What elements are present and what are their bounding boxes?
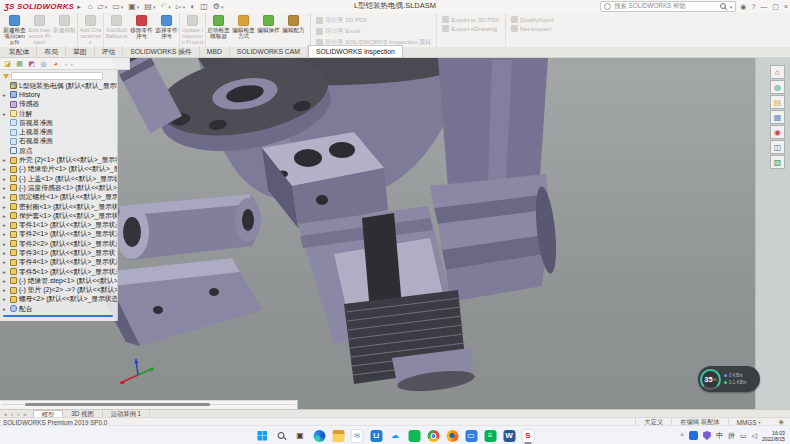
resources-tab[interactable]: ⌂ xyxy=(770,65,785,79)
tree-item[interactable]: 密封圈<1> (默认<<默认>_显示状 xyxy=(0,202,117,211)
featuremanager-tab[interactable]: ◪ xyxy=(3,59,12,68)
expand-arrow-icon[interactable] xyxy=(3,111,8,117)
expand-arrow-icon[interactable] xyxy=(3,306,8,312)
tray-app-icon[interactable] xyxy=(689,431,698,440)
taskbar-clock[interactable]: 16:03 2022/8/15 xyxy=(762,430,785,442)
tree-item[interactable]: 零件5<1> (默认<<默认>_显示状态 xyxy=(0,267,117,276)
tree-item[interactable]: (-) 垫片 (2)<2> ->? (默认<<默认> xyxy=(0,286,117,295)
select-button[interactable]: ▻▾ xyxy=(175,3,187,11)
volume-icon[interactable]: ◁ xyxy=(752,432,757,440)
tree-item[interactable]: 保护套<1> (默认<<默认>_显示状 xyxy=(0,211,117,220)
undo-button[interactable]: ↶▾ xyxy=(159,3,171,11)
expand-arrow-icon[interactable] xyxy=(3,231,8,237)
expand-arrow-icon[interactable] xyxy=(3,166,8,172)
tab-cam[interactable]: SOLIDWORKS CAM xyxy=(230,46,308,57)
graphics-area[interactable]: ◪▤◩◎◕ ‹ › L型铠装热电偶 (默认<默认_显示状态-1 xyxy=(0,58,790,409)
expand-arrow-icon[interactable] xyxy=(3,176,8,182)
export-2d-pdf-button[interactable]: 导出至 2D PDF xyxy=(316,16,431,25)
save-button[interactable]: ▣▾ xyxy=(127,3,140,11)
expand-arrow-icon[interactable] xyxy=(3,278,8,284)
tree-item[interactable]: (-) 绝缘垫片<1> (默认<<默认>_显 xyxy=(0,165,117,174)
tree-item[interactable]: (-) 温度传感器<1> (默认<<默认>_ xyxy=(0,183,117,192)
export-3d-pdf-button[interactable]: Export to 3D PDF xyxy=(442,16,500,23)
unit-dropdown-icon[interactable] xyxy=(758,420,760,425)
edit-recipe-button[interactable]: 编辑配方 xyxy=(281,13,306,47)
close-button[interactable]: × xyxy=(784,2,788,11)
add-characteristic-button[interactable]: Add Characteristic xyxy=(77,13,103,47)
options-button[interactable]: ⚙▾ xyxy=(212,3,225,11)
store-icon[interactable]: ⊔ xyxy=(370,429,383,442)
scrollbar-thumb[interactable] xyxy=(25,403,210,406)
cast-display-icon[interactable]: ▭ xyxy=(740,432,747,440)
tree-item[interactable]: 配合 xyxy=(0,304,117,313)
tree-item[interactable]: 零件2<2> (默认<<默认>_显示状态 xyxy=(0,239,117,248)
tree-item[interactable]: 原点 xyxy=(0,146,117,155)
tray-expand-icon[interactable]: ^ xyxy=(681,432,684,439)
show-hide-items-button[interactable]: ◐▾ xyxy=(189,3,196,11)
restore-button[interactable]: ▢ xyxy=(772,2,779,11)
export-edrawing-button[interactable]: Export eDrawing xyxy=(442,25,500,32)
taskbar-search-button[interactable] xyxy=(275,429,288,442)
tree-item[interactable]: 传感器 xyxy=(0,100,117,109)
tree-item[interactable]: (-) 上盖<1> (默认<<默认>_显示状 xyxy=(0,174,117,183)
tab-sketch[interactable]: 草图 xyxy=(66,46,95,57)
expand-arrow-icon[interactable] xyxy=(3,213,8,219)
export-excel-button[interactable]: 导出至 Excel xyxy=(316,27,431,36)
expand-arrow-icon[interactable] xyxy=(3,222,8,228)
qualityxpert-button[interactable]: QualityXpert xyxy=(511,16,554,23)
edit-inspection-method-button[interactable]: 编辑检查方式 xyxy=(231,13,256,47)
file-explorer-icon[interactable] xyxy=(332,429,345,442)
tree-horizontal-scrollbar[interactable] xyxy=(0,400,298,409)
expand-arrow-icon[interactable] xyxy=(3,194,8,200)
view-palette-tab[interactable]: ▦ xyxy=(770,110,785,124)
launch-template-editor-button[interactable]: 启动检查模板器 xyxy=(205,13,231,47)
tree-item[interactable]: 上视基准面 xyxy=(0,127,117,136)
minimize-button[interactable]: — xyxy=(760,2,767,11)
edit-operation-button[interactable]: 编辑操作 xyxy=(256,13,281,47)
tree-item[interactable]: 右视基准面 xyxy=(0,137,117,146)
configurationmanager-tab[interactable]: ◩ xyxy=(27,59,36,68)
update-inspection-project-button[interactable]: Update Inspection Project xyxy=(179,13,205,47)
help-search-box[interactable]: 搜索 SOLIDWORKS 帮助 ▾ xyxy=(600,1,736,12)
net-inspect-button[interactable]: Net-Inspect xyxy=(511,25,554,32)
pane-tab-scroll-arrows[interactable]: ‹ › xyxy=(65,61,74,67)
select-balloons-button[interactable]: 选择零件序号 xyxy=(154,13,179,47)
remote-desktop-icon[interactable]: ▭ xyxy=(465,429,478,442)
word-icon[interactable]: W xyxy=(503,429,516,442)
tree-item[interactable]: 零件3<1> (默认<<默认>_显示状 xyxy=(0,248,117,257)
help-button[interactable]: ? xyxy=(751,2,755,11)
green-app-icon[interactable] xyxy=(408,429,421,442)
expand-arrow-icon[interactable] xyxy=(3,269,8,275)
dimxpertmanager-tab[interactable]: ◎ xyxy=(39,59,48,68)
remove-balloons-button[interactable]: 移除零件序号 xyxy=(129,13,154,47)
expand-arrow-icon[interactable] xyxy=(3,204,8,210)
security-shield-icon[interactable] xyxy=(703,431,711,440)
onedrive-icon[interactable]: ☁ xyxy=(389,429,402,442)
tree-item[interactable]: 零件2<1> (默认<<默认>_显示状态 xyxy=(0,230,117,239)
new-template-button[interactable]: 新建模板 xyxy=(52,13,77,47)
toolbar-expand-arrow[interactable]: ▸ xyxy=(77,3,81,11)
filter-funnel-icon[interactable] xyxy=(3,74,9,79)
tree-item[interactable]: 零件4<1> (默认<<默认>_显示状态 xyxy=(0,258,117,267)
expand-arrow-icon[interactable] xyxy=(3,157,8,163)
tree-filter-input[interactable] xyxy=(11,72,103,80)
tree-item[interactable]: L型铠装热电偶 (默认<默认_显示状态-1 xyxy=(0,81,117,90)
edit-inspection-project-button[interactable]: Edit Inspection Project xyxy=(27,13,52,47)
expand-arrow-icon[interactable] xyxy=(3,287,8,293)
propertymanager-tab[interactable]: ▤ xyxy=(15,59,24,68)
custom-properties-tab[interactable]: ◫ xyxy=(770,140,785,154)
design-library-tab[interactable]: ◍ xyxy=(770,80,785,94)
edge-icon[interactable] xyxy=(313,429,326,442)
search-dropdown-icon[interactable]: ▾ xyxy=(730,4,733,10)
wps-icon[interactable]: ≡ xyxy=(484,429,497,442)
tab-layout[interactable]: 布局 xyxy=(37,46,66,57)
solidworks-taskbar-icon[interactable]: S xyxy=(522,429,535,442)
login-button[interactable]: ◉ xyxy=(740,2,746,11)
add-edit-balloons-button[interactable]: Add/Edit Balloons xyxy=(103,13,129,47)
tree-item[interactable]: 固定螺栓<1> (默认<<默认>_显示 xyxy=(0,193,117,202)
tree-item[interactable]: 零件1<1> (默认<<默认>_显示状态 xyxy=(0,220,117,229)
performance-widget[interactable]: 35% 0 KB/s 0.1 KB/s xyxy=(698,366,760,392)
task-view-button[interactable]: ▣ xyxy=(294,429,307,442)
tab-evaluate[interactable]: 评估 xyxy=(95,46,124,57)
expand-arrow-icon[interactable] xyxy=(3,241,8,247)
